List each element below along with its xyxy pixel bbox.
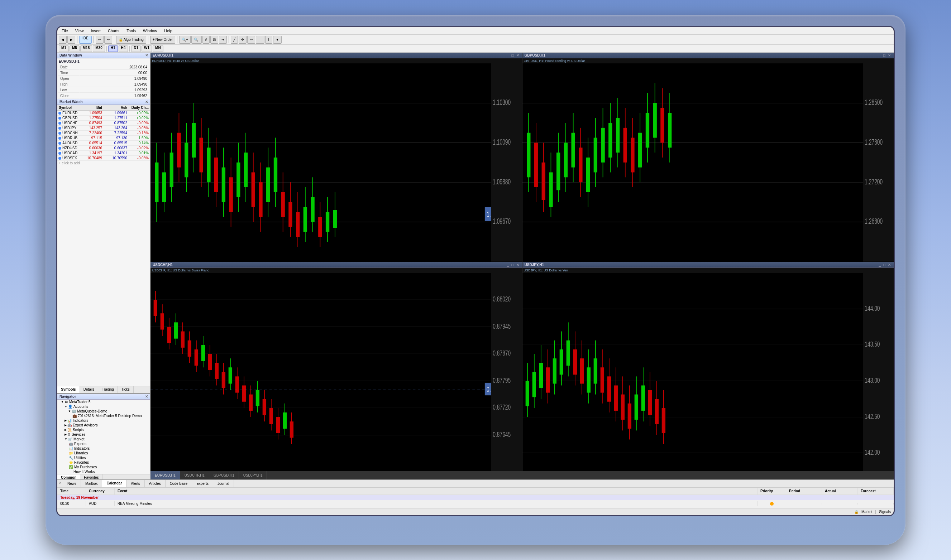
chart-eurusd-body[interactable]: 1.09460 1.10300 1.10090 1.09880 1.09670 — [151, 63, 522, 262]
chart-usdchf-minimize[interactable]: _ — [506, 263, 510, 267]
nav-tab-favorites[interactable]: Favorites — [80, 474, 102, 480]
nav-market-indicators[interactable]: 📊 Indicators — [57, 446, 150, 451]
nav-accounts[interactable]: ▼ 👤 Accounts — [57, 404, 150, 409]
mw-tab-details[interactable]: Details — [80, 386, 99, 393]
pen-btn[interactable]: ✏ — [247, 36, 255, 44]
menu-insert[interactable]: Insert — [89, 28, 102, 34]
ide-btn[interactable]: IDE — [79, 36, 92, 44]
mw-row-usdrub[interactable]: USDRUB 97.115 97.130 1.50% — [57, 136, 150, 141]
mw-row-nzdusd[interactable]: NZDUSD 0.60636 0.60637 -0.02% — [57, 146, 150, 151]
nav-libraries[interactable]: 📁 Libraries — [57, 451, 150, 455]
grid-btn[interactable]: # — [202, 36, 210, 44]
zoom-in-btn[interactable]: 🔍+ — [179, 36, 191, 44]
menu-help[interactable]: Help — [163, 28, 174, 34]
nav-metaquotes[interactable]: ▼ 🏢 MetaQuotes-Demo — [57, 409, 150, 414]
mw-row-usdcnh[interactable]: USDCNH 7.22400 7.22594 -0.18% — [57, 131, 150, 136]
nav-market-experts[interactable]: 🤖 Experts — [57, 442, 150, 446]
bottom-tab-news[interactable]: News — [63, 480, 81, 487]
tf-m5[interactable]: M5 — [69, 46, 80, 52]
tf-mn[interactable]: MN — [153, 46, 163, 52]
chart-usdjpy-minimize[interactable]: _ — [878, 263, 882, 267]
menu-charts[interactable]: Charts — [106, 28, 121, 34]
bottom-tab-alerts[interactable]: Alerts — [126, 480, 145, 487]
text-btn[interactable]: T — [265, 36, 272, 44]
nav-my-purchases[interactable]: ✅ My Purchases — [57, 465, 150, 469]
mw-row-gbpusd[interactable]: GBPUSD 1.27504 1.27511 +0.02% — [57, 115, 150, 121]
market-watch-close[interactable]: ✕ — [145, 100, 148, 104]
mw-row-usdcad[interactable]: USDCAD 1.34197 1.34201 0.01% — [57, 151, 150, 156]
mw-add-row[interactable]: + click to add — [57, 161, 150, 165]
tf-h4[interactable]: H4 — [119, 46, 128, 52]
tf-m1[interactable]: M1 — [59, 46, 69, 52]
chart-tab-usdchf[interactable]: USDCHF,H1 — [180, 471, 209, 480]
mw-row-usdjpy[interactable]: USDJPY 143.257 143.264 -0.08% — [57, 126, 150, 131]
forward-btn[interactable]: ▶ — [67, 36, 75, 44]
chart-usdchf-close[interactable]: ✕ — [516, 263, 520, 267]
undo-btn[interactable]: ↩ — [96, 36, 103, 44]
menu-tools[interactable]: Tools — [125, 28, 137, 34]
tf-m30[interactable]: M30 — [93, 46, 105, 52]
bottom-tab-codebase[interactable]: Code Base — [165, 480, 192, 487]
tf-h1[interactable]: H1 — [108, 46, 118, 52]
bottom-tabs-close[interactable]: ✕ — [57, 480, 63, 487]
mw-row-audusd[interactable]: AUDUSD 0.65514 0.65515 0.14% — [57, 141, 150, 146]
navigator-close[interactable]: ✕ — [145, 395, 148, 398]
bottom-tab-articles[interactable]: Articles — [145, 480, 165, 487]
chart-eurusd-minimize[interactable]: _ — [506, 53, 510, 57]
chart-usdjpy-maximize[interactable]: □ — [883, 263, 886, 267]
menu-view[interactable]: View — [74, 28, 85, 34]
chart-gbpusd-minimize[interactable]: _ — [878, 53, 882, 57]
mw-row-usdsek[interactable]: USDSEK 10.70489 10.70590 -0.08% — [57, 156, 150, 161]
redo-btn[interactable]: ↪ — [104, 36, 112, 44]
crosshair-btn[interactable]: ✛ — [239, 36, 247, 44]
chart-tab-usdjpy[interactable]: USDJPY,H1 — [239, 471, 267, 480]
chart-usdjpy-close[interactable]: ✕ — [887, 263, 891, 267]
mw-tab-symbols[interactable]: Symbols — [57, 386, 80, 393]
mw-row-usdchf[interactable]: USDCHF 0.87493 0.87502 -0.09% — [57, 121, 150, 126]
chart-eurusd-maximize[interactable]: □ — [511, 53, 514, 57]
bottom-tab-calendar[interactable]: Calendar — [102, 480, 126, 487]
nav-account-id[interactable]: 💼 70142613: MetaTrader 5 Desktop Demo — [57, 414, 150, 418]
nav-market[interactable]: ▼ 🛒 Market — [57, 437, 150, 442]
hline-btn[interactable]: — — [256, 36, 264, 44]
line-btn[interactable]: ╱ — [231, 36, 238, 44]
menu-file[interactable]: File — [60, 28, 69, 34]
more-btn[interactable]: ▼ — [273, 36, 282, 44]
bottom-tab-mailbox[interactable]: Mailbox — [81, 480, 102, 487]
mw-tab-trading[interactable]: Trading — [98, 386, 118, 393]
chart-eurusd-close[interactable]: ✕ — [516, 53, 520, 57]
nav-indicators[interactable]: ▶ 📊 Indicators — [57, 418, 150, 423]
tf-w1[interactable]: W1 — [142, 46, 152, 52]
nav-expert-advisors[interactable]: ▶ 🤖 Expert Advisors — [57, 423, 150, 428]
chart-tab-eurusd[interactable]: EURUSD,H1 — [151, 471, 180, 480]
mw-tab-ticks[interactable]: Ticks — [118, 386, 134, 393]
nav-how-it-works[interactable]: — How It Works — [57, 469, 150, 474]
nav-utilities[interactable]: 🔧 Utilities — [57, 455, 150, 460]
scroll-btn[interactable]: ⇥ — [219, 36, 227, 44]
nav-scripts[interactable]: ▶ 📜 Scripts — [57, 428, 150, 432]
new-order-btn[interactable]: + New Order — [150, 36, 175, 44]
tf-m15[interactable]: M15 — [80, 46, 92, 52]
menu-window[interactable]: Window — [142, 28, 159, 34]
data-window-close[interactable]: ✕ — [145, 53, 148, 57]
bottom-tab-experts[interactable]: Experts — [192, 480, 213, 487]
chart-gbpusd-close[interactable]: ✕ — [887, 53, 891, 57]
tf-d1[interactable]: D1 — [131, 46, 141, 52]
nav-services[interactable]: ▶ ⚙ Services — [57, 432, 150, 437]
chart-usdchf-body[interactable]: 0.87493 0.88020 0.87945 0.87870 0.87795 … — [151, 273, 522, 471]
chart-tab-gbpusd[interactable]: GBPUSD,H1 — [209, 471, 239, 480]
bottom-tab-journal[interactable]: Journal — [213, 480, 234, 487]
fit-btn[interactable]: ⊡ — [210, 36, 218, 44]
chart-gbpusd-body[interactable]: 1.28500 1.27800 1.27200 1.26800 1 Aug 20… — [523, 63, 894, 262]
algo-trading-btn[interactable]: 🔒 Algo Trading — [116, 36, 146, 44]
mw-row-eurusd[interactable]: EURUSD 1.09653 1.09661 +0.09% — [57, 111, 150, 115]
market-label[interactable]: Market — [862, 510, 872, 514]
chart-usdchf-maximize[interactable]: □ — [511, 263, 514, 267]
nav-metatrader5[interactable]: ▼ 🖥 MetaTrader 5 — [57, 400, 150, 404]
zoom-out-btn[interactable]: 🔍- — [191, 36, 202, 44]
nav-tab-common[interactable]: Common — [57, 474, 80, 480]
nav-favorites[interactable]: ⭐ Favorites — [57, 460, 150, 465]
chart-usdjpy-body[interactable]: 144.00 143.50 143.00 142.50 142.00 26 Ju… — [523, 273, 894, 471]
signals-label[interactable]: Signals — [879, 510, 891, 514]
chart-gbpusd-maximize[interactable]: □ — [883, 53, 886, 57]
